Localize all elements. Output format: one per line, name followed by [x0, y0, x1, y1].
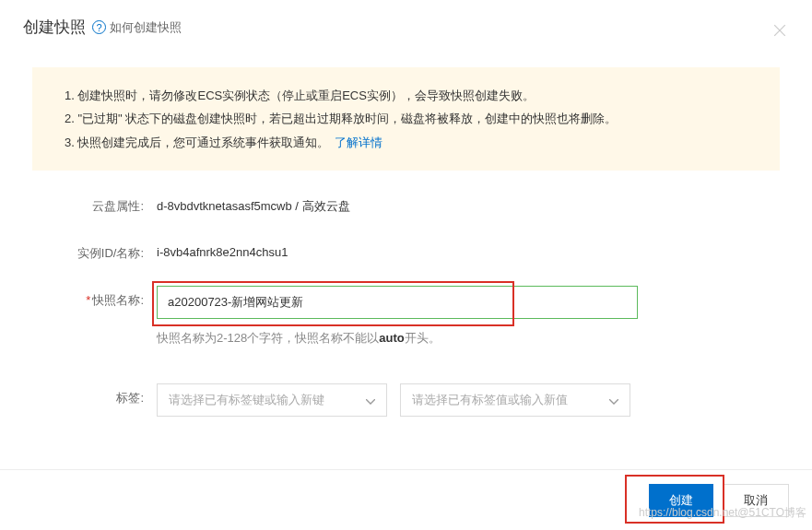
dialog-title: 创建快照: [23, 17, 86, 38]
snapshot-name-hint: 快照名称为2-128个字符，快照名称不能以auto开头。: [157, 330, 780, 347]
required-mark: *: [86, 293, 90, 307]
form-section: 云盘属性: d-8vbdvtknetasasf5mcwb / 高效云盘 实例ID…: [0, 184, 812, 417]
info-item: "已过期" 状态下的磁盘创建快照时，若已超出过期释放时间，磁盘将被释放，创建中的…: [65, 107, 759, 130]
tag-key-placeholder: 请选择已有标签键或输入新键: [169, 392, 324, 408]
instance-label: 实例ID/名称:: [32, 239, 157, 262]
instance-row: 实例ID/名称: i-8vb4afnrk8e2nn4chsu1: [32, 239, 780, 262]
tag-value-placeholder: 请选择已有标签值或输入新值: [412, 392, 568, 408]
instance-value: i-8vb4afnrk8e2nn4chsu1: [157, 239, 780, 259]
info-box: 创建快照时，请勿修改ECS实例状态（停止或重启ECS实例），会导致快照创建失败。…: [32, 67, 780, 171]
info-item: 快照创建完成后，您可通过系统事件获取通知。了解详情: [65, 131, 759, 154]
snapshot-name-input[interactable]: [157, 286, 638, 319]
help-icon[interactable]: ?: [92, 20, 106, 34]
close-icon[interactable]: [771, 21, 789, 42]
learn-more-link[interactable]: 了解详情: [335, 135, 382, 149]
info-item: 创建快照时，请勿修改ECS实例状态（停止或重启ECS实例），会导致快照创建失败。: [65, 84, 759, 107]
snapshot-name-row: *快照名称: 快照名称为2-128个字符，快照名称不能以auto开头。: [32, 286, 780, 347]
dialog-footer: 创建 取消: [0, 469, 812, 530]
watermark: https://blog.csdn.net@51CTO博客: [639, 505, 806, 521]
disk-row: 云盘属性: d-8vbdvtknetasasf5mcwb / 高效云盘: [32, 192, 780, 215]
tag-value-select[interactable]: 请选择已有标签值或输入新值: [400, 383, 630, 417]
disk-value: d-8vbdvtknetasasf5mcwb / 高效云盘: [157, 192, 780, 215]
disk-label: 云盘属性:: [32, 192, 157, 215]
tag-label: 标签:: [32, 383, 157, 406]
chevron-down-icon: [366, 394, 375, 407]
snapshot-name-label: *快照名称:: [32, 286, 157, 309]
tag-row: 标签: 请选择已有标签键或输入新键 请选择已有标签值或输入新值: [32, 383, 780, 417]
dialog-header: 创建快照 ? 如何创建快照: [0, 0, 812, 51]
tag-key-select[interactable]: 请选择已有标签键或输入新键: [157, 383, 387, 417]
help-link[interactable]: 如何创建快照: [110, 19, 182, 36]
chevron-down-icon: [609, 394, 618, 407]
